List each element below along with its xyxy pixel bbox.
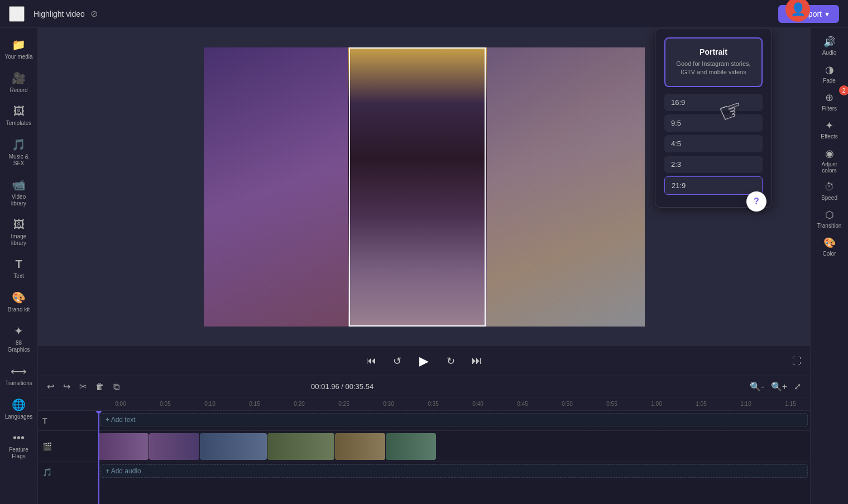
portrait-desc: Good for Instagram stories, IGTV and mob…	[674, 60, 753, 77]
your-media-icon: 📁	[12, 38, 26, 51]
ruler-mark-1: 0:05	[143, 401, 188, 407]
text-track-row: T + Add text	[38, 411, 810, 431]
ruler-mark-3: 0:15	[232, 401, 277, 407]
playhead[interactable]	[98, 411, 99, 504]
menu-button[interactable]	[9, 6, 25, 22]
ruler-marks: 0:00 0:05 0:10 0:15 0:20 0:25 0:30 0:35 …	[98, 401, 810, 407]
sidebar-item-graphics[interactable]: ✦ 88 Graphics	[2, 320, 36, 358]
aspect-option-9-5[interactable]: 9:5	[664, 114, 763, 132]
delete-button[interactable]: 🗑	[93, 380, 107, 394]
help-button[interactable]: ?	[746, 191, 766, 212]
undo-button[interactable]: ↩	[45, 379, 56, 394]
video-left-panel	[204, 47, 349, 327]
brand-kit-icon: 🎨	[12, 291, 26, 304]
timeline-area: ↩ ↪ ✂ 🗑 ⧉ 00:01.96 / 00:35.54 🔍- 🔍+ ⤢ 0:…	[38, 376, 810, 504]
audio-track-content[interactable]: + Add audio	[98, 462, 810, 482]
video-clip-3[interactable]	[200, 433, 267, 460]
audio-icon: 🔊	[823, 36, 836, 48]
ruler-mark-13: 1:05	[679, 401, 724, 407]
user-avatar[interactable]: 👤	[785, 0, 810, 22]
sidebar-item-video-library[interactable]: 📹 Video library	[2, 174, 36, 212]
user-avatar-area: 👤	[785, 0, 810, 22]
aspect-portrait-card[interactable]: Portrait Good for Instagram stories, IGT…	[664, 37, 763, 87]
right-panel-transition[interactable]: ⬡ Transition	[813, 205, 846, 232]
text-track-content[interactable]: + Add text	[98, 411, 810, 430]
ruler-mark-6: 0:30	[366, 401, 411, 407]
duplicate-button[interactable]: ⧉	[111, 380, 122, 394]
sidebar-item-brand-kit[interactable]: 🎨 Brand kit	[2, 286, 36, 318]
right-panel-audio[interactable]: 🔊 Audio	[813, 32, 846, 59]
ruler-mark-2: 0:10	[188, 401, 232, 407]
sidebar-item-templates[interactable]: 🖼 Templates	[2, 100, 36, 131]
video-clip-2[interactable]	[149, 433, 199, 460]
timeline-timestamp: 00:01.96 / 00:35.54	[311, 382, 373, 391]
video-track-content[interactable]	[98, 431, 810, 462]
timeline-ruler: 0:00 0:05 0:10 0:15 0:20 0:25 0:30 0:35 …	[38, 397, 810, 411]
video-right-panel	[487, 47, 645, 327]
aspect-option-21-9[interactable]: 21:9	[664, 176, 763, 195]
video-clip-1[interactable]	[98, 433, 148, 460]
aspect-option-2-3[interactable]: 2:3	[664, 156, 763, 173]
feature-flags-icon: •••	[13, 431, 25, 444]
right-panel-speed[interactable]: ⏱ Speed	[813, 178, 846, 204]
speed-icon: ⏱	[825, 181, 835, 193]
skip-to-end-button[interactable]: ⏭	[468, 352, 485, 370]
graphics-icon: ✦	[14, 324, 23, 338]
playback-bar: ⏮ ↺ ▶ ↻ ⏭ ⛶	[38, 345, 810, 376]
right-panel-filters[interactable]: ⊕ Filters 2	[813, 88, 846, 115]
aspect-ratio-panel: Portrait Good for Instagram stories, IGT…	[655, 28, 772, 208]
transition-icon: ⬡	[825, 209, 834, 221]
zoom-controls: 🔍- 🔍+ ⤢	[748, 379, 803, 394]
languages-icon: 🌐	[12, 398, 26, 411]
video-clip-5[interactable]	[335, 433, 385, 460]
effects-icon: ✦	[825, 119, 833, 132]
sidebar-item-text[interactable]: T Text	[2, 253, 36, 284]
filters-icon: ⊕	[825, 92, 833, 104]
fit-timeline-button[interactable]: ⤢	[792, 379, 803, 394]
right-panel-color[interactable]: 🎨 Color	[813, 233, 846, 260]
video-clip-4[interactable]	[267, 433, 334, 460]
rewind-5s-button[interactable]: ↺	[390, 352, 405, 371]
video-track-label: 🎬	[38, 431, 98, 462]
aspect-option-16-9[interactable]: 16:9	[664, 94, 763, 111]
ruler-mark-9: 0:45	[500, 401, 545, 407]
sidebar-item-feature-flags[interactable]: ••• Feature Flags	[2, 427, 36, 464]
forward-5s-button[interactable]: ↻	[443, 352, 458, 371]
sidebar-item-your-media[interactable]: 📁 Your media	[2, 33, 36, 65]
add-text-button[interactable]: + Add text	[100, 413, 808, 426]
right-panel-fade[interactable]: ◑ Fade	[813, 60, 846, 87]
sidebar-item-record[interactable]: 🎥 Record	[2, 67, 36, 98]
redo-button[interactable]: ↪	[61, 379, 73, 394]
left-sidebar: 📁 Your media 🎥 Record 🖼 Templates 🎵 Musi…	[0, 28, 38, 504]
topbar-right: Export ▾ 👤	[778, 5, 839, 23]
sidebar-item-languages[interactable]: 🌐 Languages	[2, 393, 36, 425]
video-preview	[204, 47, 645, 327]
zoom-out-button[interactable]: 🔍-	[748, 379, 766, 394]
ruler-mark-14: 1:10	[724, 401, 768, 407]
sidebar-item-transitions[interactable]: ⟷ Transitions	[2, 360, 36, 391]
play-pause-button[interactable]: ▶	[415, 349, 433, 373]
video-clip-6[interactable]	[386, 433, 436, 460]
ruler-mark-5: 0:25	[322, 401, 366, 407]
ruler-mark-0: 0:00	[98, 401, 143, 407]
cut-button[interactable]: ✂	[77, 379, 89, 394]
fullscreen-button[interactable]: ⛶	[792, 356, 801, 366]
sidebar-item-music-sfx[interactable]: 🎵 Music & SFX	[2, 133, 36, 171]
fade-icon: ◑	[825, 64, 834, 76]
cloud-icon: ⊘	[90, 8, 98, 19]
portrait-crop-overlay[interactable]	[349, 47, 486, 327]
ruler-mark-12: 1:00	[634, 401, 679, 407]
right-panel-adjust-colors[interactable]: ◉ Adjust colors	[813, 144, 846, 177]
right-panel-effects[interactable]: ✦ Effects	[813, 116, 846, 143]
templates-icon: 🖼	[13, 105, 25, 118]
skip-to-start-button[interactable]: ⏮	[363, 352, 380, 370]
canvas-area: Portrait Good for Instagram stories, IGT…	[38, 28, 810, 345]
text-track-label: T	[38, 411, 98, 430]
sidebar-item-image-library[interactable]: 🖼 Image library	[2, 214, 36, 251]
audio-track-label: 🎵	[38, 462, 98, 482]
add-audio-button[interactable]: + Add audio	[100, 464, 808, 478]
aspect-option-4-5[interactable]: 4:5	[664, 135, 763, 152]
topbar: Highlight video ⊘ Export ▾ 👤	[0, 0, 848, 28]
ruler-mark-8: 0:40	[456, 401, 500, 407]
zoom-in-button[interactable]: 🔍+	[769, 379, 789, 394]
